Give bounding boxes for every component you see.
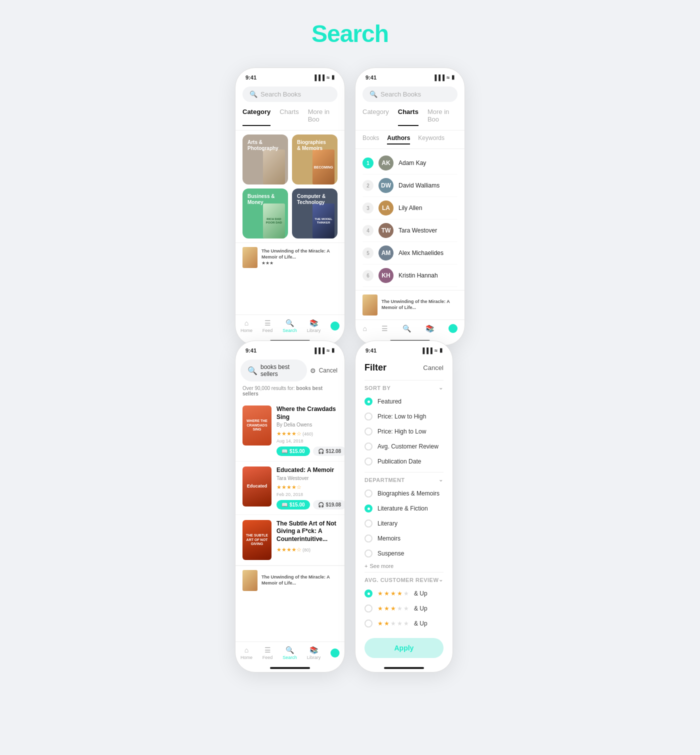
nav-home-3[interactable]: ⌂Home bbox=[240, 646, 252, 660]
tab-charts-2[interactable]: Charts bbox=[398, 108, 418, 126]
nav-home-2[interactable]: ⌂ bbox=[362, 324, 366, 332]
author-row-5[interactable]: 5 AM Alex Michaelides bbox=[362, 242, 458, 264]
filter-cancel-btn[interactable]: Cancel bbox=[423, 364, 443, 372]
sort-price-low[interactable]: Price: Low to High bbox=[364, 409, 444, 424]
radio-literary[interactable] bbox=[364, 520, 372, 528]
radio-memoirs[interactable] bbox=[364, 534, 372, 542]
category-arts[interactable]: Arts & Photography bbox=[242, 134, 288, 184]
radio-bio-memoir[interactable] bbox=[364, 490, 372, 498]
tab-charts-1[interactable]: Charts bbox=[280, 108, 298, 126]
nav-profile-3[interactable] bbox=[330, 648, 340, 658]
tab-more-1[interactable]: More in Boo bbox=[308, 108, 338, 126]
author-name-2: David Walliams bbox=[398, 182, 440, 189]
dept-suspense[interactable]: Suspense bbox=[364, 546, 444, 561]
audio-price-educated[interactable]: 🎧 $19.08 bbox=[313, 500, 344, 510]
tab-category-2[interactable]: Category bbox=[362, 108, 389, 126]
radio-suspense[interactable] bbox=[364, 550, 372, 558]
sort-price-high[interactable]: Price: High to Low bbox=[364, 424, 444, 439]
book-cover-crawdads: WHERE THE CRAWDADS SING bbox=[242, 406, 272, 446]
radio-pub-date[interactable] bbox=[364, 458, 372, 466]
author-name-4: Tara Westover bbox=[398, 227, 437, 234]
nav-library-1[interactable]: 📚Library bbox=[307, 319, 321, 333]
author-row-4[interactable]: 4 TW Tara Westover bbox=[362, 220, 458, 242]
book-result-crawdads[interactable]: WHERE THE CRAWDADS SING Where the Crawda… bbox=[236, 400, 344, 462]
nav-profile-2[interactable] bbox=[448, 324, 458, 333]
dept-lit-fiction[interactable]: Literature & Fiction bbox=[364, 501, 444, 516]
tab-more-2[interactable]: More in Boo bbox=[428, 108, 458, 126]
ebook-price-crawdads[interactable]: 📖 $15.00 bbox=[276, 446, 310, 456]
nav-search-2[interactable]: 🔍 bbox=[402, 324, 411, 332]
dept-bio-memoir[interactable]: Biographies & Memoirs bbox=[364, 486, 444, 501]
radio-lit-fiction[interactable] bbox=[364, 504, 372, 512]
review-3up[interactable]: ★★★★★ & Up bbox=[364, 601, 444, 616]
home-indicator-3 bbox=[270, 667, 310, 669]
nav-search-1[interactable]: 🔍Search bbox=[282, 319, 297, 333]
radio-featured[interactable] bbox=[364, 398, 372, 406]
category-bio[interactable]: Biographies & Memoirs BECOMING bbox=[292, 134, 338, 184]
book-title-subtle: The Subtle Art of Not Giving a F*ck: A C… bbox=[276, 520, 338, 544]
subtab-authors[interactable]: Authors bbox=[387, 134, 410, 144]
subtab-keywords[interactable]: Keywords bbox=[418, 134, 444, 144]
category-grid: Arts & Photography Biographies & Memoirs… bbox=[236, 130, 344, 242]
phones-grid: 9:41 ▐▐▐ ≈ ▮ 🔍 Search Books Category Cha… bbox=[125, 68, 575, 672]
radio-3up[interactable] bbox=[364, 604, 372, 612]
cancel-btn-3[interactable]: Cancel bbox=[319, 367, 338, 374]
category-biz[interactable]: Business & Money RICH DAD POOR DAD bbox=[242, 188, 288, 238]
review-label: Avg. Customer Review bbox=[364, 577, 438, 583]
sort-featured[interactable]: Featured bbox=[364, 394, 444, 409]
sort-avg-review[interactable]: Avg. Customer Review bbox=[364, 439, 444, 454]
tab-category-1[interactable]: Category bbox=[242, 108, 270, 126]
nav-library-3[interactable]: 📚Library bbox=[307, 646, 321, 660]
sort-pub-date[interactable]: Publication Date bbox=[364, 454, 444, 469]
audio-price-crawdads[interactable]: 🎧 $12.08 bbox=[313, 446, 344, 456]
stars-educated: ★★★★☆ bbox=[276, 484, 302, 490]
review-2up[interactable]: ★★★★★ & Up bbox=[364, 616, 444, 631]
book-date-crawdads: Aug 14, 2018 bbox=[276, 438, 344, 444]
radio-price-high[interactable] bbox=[364, 428, 372, 436]
book-result-educated[interactable]: Educated Educated: A Memoir Tara Westove… bbox=[236, 462, 344, 515]
snippet-cover-3 bbox=[242, 570, 258, 591]
search-query-3: books best sellers bbox=[260, 364, 300, 378]
radio-price-low[interactable] bbox=[364, 412, 372, 420]
search-bar-active-3[interactable]: 🔍 books best sellers bbox=[240, 360, 307, 382]
nav-library-2[interactable]: 📚 bbox=[426, 324, 434, 332]
dept-literary[interactable]: Literary bbox=[364, 516, 444, 531]
subtab-books[interactable]: Books bbox=[362, 134, 379, 144]
review-4up[interactable]: ★★★★★ & Up bbox=[364, 586, 444, 601]
bottom-nav-3: ⌂Home ☰Feed 🔍Search 📚Library bbox=[236, 642, 344, 665]
nav-profile-1[interactable] bbox=[330, 322, 340, 330]
radio-4up[interactable] bbox=[364, 590, 372, 598]
author-row-6[interactable]: 6 KH Kristin Hannah bbox=[362, 264, 458, 287]
book-cover-subtle: THE SUBTLE ART OF NOT GIVING bbox=[242, 520, 272, 560]
search-icon-3: 🔍 bbox=[248, 366, 258, 376]
radio-avg-review[interactable] bbox=[364, 442, 372, 450]
nav-search-3[interactable]: 🔍Search bbox=[282, 646, 297, 660]
nav-feed-3[interactable]: ☰Feed bbox=[262, 646, 273, 660]
see-more-dept[interactable]: + See more bbox=[364, 563, 444, 569]
stars-4up: ★★★★★ bbox=[378, 590, 409, 597]
status-bar-4: 9:41 ▐▐▐ ≈ ▮ bbox=[356, 341, 452, 356]
search-bar-1[interactable]: 🔍 Search Books bbox=[242, 86, 338, 102]
author-row-2[interactable]: 2 DW David Walliams bbox=[362, 174, 458, 197]
category-tech[interactable]: Computer & Technology THE MODEL THINKER bbox=[292, 188, 338, 238]
author-row-1[interactable]: 1 AK Adam Kay bbox=[362, 152, 458, 174]
apply-button[interactable]: Apply bbox=[364, 638, 444, 658]
authors-list: 1 AK Adam Kay 2 DW David Walliams 3 LA L… bbox=[356, 149, 464, 290]
snippet-text-1: The Unwinding of the Miracle: A Memoir o… bbox=[262, 248, 338, 266]
page-title: Search bbox=[312, 20, 388, 48]
ebook-price-educated[interactable]: 📖 $15.00 bbox=[276, 500, 310, 510]
nav-feed-1[interactable]: ☰Feed bbox=[262, 319, 273, 333]
cat-arts-label: Arts & Photography bbox=[248, 140, 280, 152]
book-info-crawdads: Where the Crawdads Sing By Delia Owens ★… bbox=[276, 406, 344, 456]
search-bar-2[interactable]: 🔍 Search Books bbox=[362, 86, 458, 102]
nav-home-1[interactable]: ⌂Home bbox=[240, 319, 252, 333]
nav-feed-2[interactable]: ☰ bbox=[382, 324, 388, 332]
dept-memoirs[interactable]: Memoirs bbox=[364, 531, 444, 546]
author-row-3[interactable]: 3 LA Lily Allen bbox=[362, 197, 458, 220]
radio-2up[interactable] bbox=[364, 620, 372, 628]
book-result-subtle[interactable]: THE SUBTLE ART OF NOT GIVING The Subtle … bbox=[236, 515, 344, 566]
snippet-text-2: The Unwinding of the Miracle: A Memoir o… bbox=[382, 299, 458, 310]
review-4up-label: & Up bbox=[414, 590, 428, 597]
status-icons-2: ▐▐▐ ≈ ▮ bbox=[433, 74, 454, 80]
filter-icon-3[interactable]: ⚙ bbox=[310, 367, 316, 374]
